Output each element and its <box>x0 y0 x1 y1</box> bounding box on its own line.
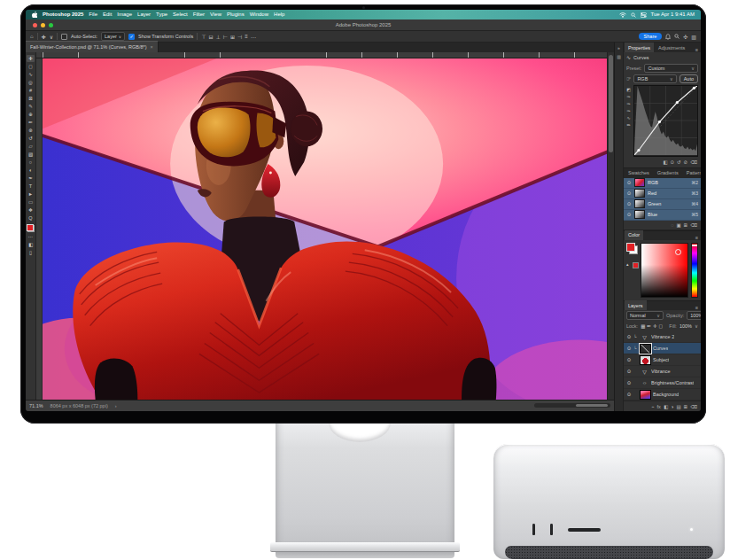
visibility-eye-icon[interactable]: ⊙ <box>626 369 632 374</box>
visibility-eye-icon[interactable]: ⊙ <box>626 334 632 339</box>
layers-footer-icon-2[interactable]: ◧ <box>664 404 668 409</box>
channels-footer-icon-1[interactable]: ▣ <box>676 222 680 228</box>
preset-select[interactable]: Custom ∨ <box>644 64 698 73</box>
lock-icon-3[interactable]: ◻ <box>659 323 664 329</box>
visibility-eye-icon[interactable]: ⊙ <box>626 191 632 196</box>
align-icon-3[interactable]: ⊢ <box>223 34 228 40</box>
targeted-adjustment-icon[interactable]: ☞ <box>626 75 631 82</box>
layer-thumbnail[interactable] <box>640 344 651 354</box>
horizontal-scrollbar[interactable] <box>534 403 610 408</box>
auto-select-dropdown[interactable]: Layer ∨ <box>101 32 125 41</box>
tool-move-icon[interactable]: ✛ <box>27 55 35 62</box>
menu-item-layer[interactable]: Layer <box>137 10 151 19</box>
visibility-eye-icon[interactable]: ⊙ <box>626 357 632 362</box>
menu-item-view[interactable]: View <box>210 10 221 19</box>
layers-footer-icon-3[interactable]: ◑ <box>671 404 673 409</box>
menu-item-window[interactable]: Window <box>250 10 268 19</box>
close-window-button[interactable] <box>33 23 37 27</box>
document-tab[interactable]: Fall-Winter-Collection.psd @ 71.1% (Curv… <box>26 41 159 52</box>
tool-marquee-icon[interactable]: ◻ <box>27 63 35 70</box>
tool-brush-icon[interactable]: ✏ <box>27 119 35 126</box>
tool-pen-icon[interactable]: ✒ <box>27 175 35 182</box>
curve-tool-icon-5[interactable]: ✏ <box>626 122 630 128</box>
share-button[interactable]: Share <box>639 33 663 40</box>
ps-search-icon[interactable] <box>674 34 680 39</box>
minimize-window-button[interactable] <box>41 23 45 27</box>
control-center-icon[interactable] <box>641 12 647 18</box>
layer-name[interactable]: Curves <box>653 346 668 351</box>
color-field[interactable] <box>641 243 688 299</box>
channel-row-red[interactable]: ⊙Red⌘3 <box>624 189 701 199</box>
menu-item-file[interactable]: File <box>89 10 97 19</box>
layer-name[interactable]: Brightness/Contrast <box>651 380 694 385</box>
menu-item-image[interactable]: Image <box>117 10 132 19</box>
layer-row-subject[interactable]: ⊙Subject <box>624 354 701 366</box>
tool-gradient-icon[interactable]: ▨ <box>27 151 35 158</box>
layers-footer-icon-0[interactable]: ⌁ <box>651 404 654 409</box>
layer-row-vibrance-2[interactable]: ⊙└▽Vibrance 2 <box>624 331 701 343</box>
layers-footer-icon-6[interactable]: ⌫ <box>690 404 697 409</box>
align-icon-5[interactable]: ⊣ <box>237 34 242 40</box>
visibility-eye-icon[interactable]: ⊙ <box>626 180 632 185</box>
layer-row-vibrance[interactable]: ⊙▽Vibrance <box>624 366 701 377</box>
wifi-icon[interactable] <box>619 12 626 18</box>
align-icon-0[interactable]: ⊤ <box>201 34 206 40</box>
toolbar-color-swatches[interactable] <box>27 224 35 232</box>
tab-adjustments[interactable]: Adjustments <box>655 43 688 52</box>
align-icon-2[interactable]: ⊥ <box>215 34 220 40</box>
tool-preset-caret-icon[interactable]: ∨ <box>50 34 53 40</box>
tool-hand-icon[interactable]: ❖ <box>27 206 35 214</box>
menu-item-app[interactable]: Photoshop 2025 <box>43 10 83 19</box>
menu-item-select[interactable]: Select <box>173 10 188 19</box>
layer-name[interactable]: Subject <box>653 357 669 362</box>
visibility-eye-icon[interactable]: ⊙ <box>626 212 632 217</box>
layer-row-brightness-contrast[interactable]: ⊙☼Brightness/Contrast <box>624 377 701 389</box>
curves-footer-icon-4[interactable]: ⌫ <box>690 159 697 165</box>
foreground-swatch[interactable] <box>27 224 34 231</box>
fill-value[interactable]: 100% <box>680 323 692 329</box>
channels-footer-icon-2[interactable]: ⊞ <box>684 222 688 228</box>
vertical-scrollbar[interactable] <box>607 52 614 400</box>
tab-gradients[interactable]: Gradients <box>654 168 682 178</box>
visibility-eye-icon[interactable]: ⊙ <box>626 346 632 351</box>
curves-footer-icon-0[interactable]: ◧ <box>663 159 667 165</box>
zoom-level[interactable]: 71.1% <box>29 403 43 408</box>
zoom-window-button[interactable] <box>49 23 53 27</box>
color-cursor[interactable] <box>675 249 681 255</box>
close-tab-icon[interactable]: × <box>151 44 153 50</box>
blend-mode-select[interactable]: Normal ∨ <box>626 311 664 320</box>
curve-tool-icon-0[interactable]: ◩ <box>626 87 631 92</box>
hue-slider-marker[interactable] <box>692 245 697 246</box>
tool-blur-icon[interactable]: ○ <box>27 159 35 166</box>
tool-screen-mode-icon[interactable]: ▯ <box>27 249 35 256</box>
tool-path-selection-icon[interactable]: ► <box>27 191 35 198</box>
layer-thumbnail[interactable] <box>640 355 651 365</box>
curves-footer-icon-3[interactable]: ⊘ <box>684 159 688 165</box>
collapse-panels-icon[interactable]: » <box>617 45 620 51</box>
vertical-scrollbar-thumb[interactable] <box>609 55 613 152</box>
layer-name[interactable]: Vibrance <box>651 369 671 374</box>
align-icon-1[interactable]: ⊟ <box>208 34 213 40</box>
visibility-eye-icon[interactable]: ⊙ <box>626 380 632 385</box>
lock-icon-0[interactable]: ▦ <box>641 323 645 329</box>
visibility-eye-icon[interactable]: ⊙ <box>626 201 632 206</box>
tool-lasso-icon[interactable]: ∿ <box>27 71 35 78</box>
menu-item-help[interactable]: Help <box>274 10 284 19</box>
channel-select[interactable]: RGB ∨ <box>633 74 676 83</box>
tool-spot-healing-icon[interactable]: ⊕ <box>27 111 35 118</box>
move-tool-icon[interactable]: ✛ <box>42 34 46 40</box>
lock-icon-2[interactable]: ✛ <box>653 323 657 329</box>
curve-tool-icon-2[interactable]: ✑ <box>626 101 630 106</box>
tool-eyedropper-icon[interactable]: ✎ <box>27 103 35 110</box>
tool-history-brush-icon[interactable]: ↺ <box>27 135 35 142</box>
menu-clock[interactable]: Tue Apr 1 9:41 AM <box>651 10 695 19</box>
notifications-bell-icon[interactable] <box>665 34 671 40</box>
align-icon-6[interactable]: ≡ <box>245 34 248 40</box>
tab-patterns[interactable]: Patterns <box>683 168 701 178</box>
hue-slider[interactable] <box>691 243 698 299</box>
tool-eraser-icon[interactable]: ▱ <box>27 143 35 150</box>
align-icon-7[interactable]: ⋯ <box>251 34 256 40</box>
layer-row-curves[interactable]: ⊙└Curves <box>624 343 701 354</box>
tool-clone-stamp-icon[interactable]: ⊛ <box>27 127 35 134</box>
status-chevron-icon[interactable]: › <box>115 403 117 408</box>
